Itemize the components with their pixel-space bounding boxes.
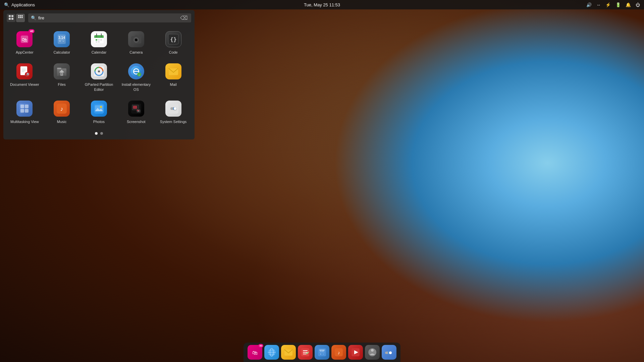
svg-rect-23 <box>98 39 100 41</box>
grid-view-button[interactable] <box>7 14 15 22</box>
dock-item-browser[interactable] <box>264 345 279 360</box>
dock-item-tasks[interactable] <box>298 345 313 360</box>
calculator-label: Calculator <box>53 50 70 55</box>
svg-rect-2 <box>9 18 11 20</box>
install-elementary-icon: ↓ <box>128 63 144 79</box>
calendar-label: Calendar <box>92 50 107 55</box>
svg-point-66 <box>100 106 102 108</box>
desktop: 🔍 Applications Tue, May 25 11:53 🔊 ↔ ⚡ 🔋… <box>0 0 644 362</box>
svg-rect-3 <box>11 18 13 20</box>
svg-point-49 <box>98 70 100 72</box>
install-elementary-label: Install elementary OS <box>121 82 151 92</box>
camera-icon <box>128 31 144 47</box>
panel-datetime: Tue, May 25 11:53 <box>304 2 340 7</box>
screenshot-icon <box>128 101 144 117</box>
datetime-text: Tue, May 25 11:53 <box>304 2 340 7</box>
search-clear-button[interactable]: ⌫ <box>179 15 189 21</box>
app-item-screenshot[interactable]: Screenshot <box>118 97 154 127</box>
install-elementary-icon-wrapper: ↓ <box>127 63 145 80</box>
app-item-music[interactable]: ♪ Music <box>44 97 80 127</box>
svg-rect-19 <box>94 37 104 38</box>
svg-rect-46 <box>61 73 62 75</box>
photos-label: Photos <box>93 119 105 124</box>
svg-point-100 <box>371 349 374 352</box>
svg-rect-25 <box>96 41 97 43</box>
camera-icon-wrapper <box>127 31 145 48</box>
dock-item-appcenter[interactable]: 🛍 40 <box>248 345 262 360</box>
svg-rect-60 <box>25 109 29 113</box>
svg-text:🛍: 🛍 <box>22 37 27 43</box>
app-item-camera[interactable]: Camera <box>118 27 154 58</box>
category-view-button[interactable] <box>16 14 25 22</box>
view-toggles <box>7 14 25 22</box>
app-item-calendar[interactable]: Calendar <box>81 27 117 58</box>
arrows-icon[interactable]: ↔ <box>596 2 601 7</box>
app-item-install-elementary[interactable]: ↓ Install elementary OS <box>118 59 154 95</box>
app-item-mail[interactable]: Mail <box>155 59 191 95</box>
screenshot-icon-wrapper <box>127 100 145 117</box>
dock-appcenter-badge: 40 <box>258 344 263 348</box>
app-launcher: 🔍 ⌫ 🛍 40 AppCenter <box>3 10 195 139</box>
calendar-icon <box>91 31 107 47</box>
gparted-icon <box>91 63 107 79</box>
pagination-dot-2[interactable] <box>100 132 103 135</box>
dock-item-music[interactable]: ♪ <box>331 345 346 360</box>
svg-rect-0 <box>9 15 11 17</box>
dock-item-mail[interactable] <box>281 345 296 360</box>
dock-item-settings[interactable] <box>382 345 396 360</box>
svg-text:−: − <box>63 40 64 43</box>
panel-left: 🔍 Applications <box>4 2 35 7</box>
notification-icon[interactable]: 🔔 <box>626 2 631 7</box>
app-item-photos[interactable]: Photos <box>81 97 117 127</box>
app-item-gparted[interactable]: GParted Partition Editor <box>81 59 117 95</box>
app-item-files[interactable]: Files <box>44 59 80 95</box>
code-icon: {} <box>165 31 181 47</box>
svg-text:♪: ♪ <box>60 106 63 112</box>
multitasking-icon <box>16 101 33 117</box>
calculator-icon: 3.14 + − <box>54 31 70 47</box>
app-item-appcenter[interactable]: 🛍 40 AppCenter <box>7 27 43 58</box>
dock-item-calculator[interactable]: 3.14 + − <box>315 345 329 360</box>
dock-item-files[interactable] <box>365 345 380 360</box>
svg-rect-22 <box>96 39 97 41</box>
camera-label: Camera <box>129 50 143 55</box>
svg-rect-69 <box>133 106 137 109</box>
app-item-document-viewer[interactable]: 🔎 Document Viewer <box>7 59 43 95</box>
pagination-dot-1[interactable] <box>95 132 98 135</box>
photos-icon-wrapper <box>90 100 108 117</box>
search-icon-panel: 🔍 <box>4 2 9 7</box>
docviewer-icon: 🔎 <box>16 63 33 79</box>
search-input[interactable] <box>38 15 177 20</box>
docviewer-label: Document Viewer <box>10 82 39 87</box>
files-icon-wrapper <box>53 63 70 80</box>
app-item-calculator[interactable]: 3.14 + − Calculator <box>44 27 80 58</box>
music-icon-wrapper: ♪ <box>53 100 70 117</box>
svg-rect-1 <box>11 15 13 17</box>
search-container: 🔍 ⌫ <box>28 13 191 22</box>
svg-point-30 <box>135 39 137 41</box>
app-item-code[interactable]: {} Code <box>155 27 191 58</box>
svg-text:↓: ↓ <box>139 73 140 76</box>
settings-icon-wrapper <box>165 100 182 117</box>
svg-text:🔎: 🔎 <box>25 72 30 77</box>
gparted-icon-wrapper <box>90 63 108 80</box>
calendar-icon-wrapper <box>90 31 108 48</box>
app-item-multitasking[interactable]: Multitasking View <box>7 97 43 127</box>
svg-rect-43 <box>57 68 61 69</box>
svg-text:3.14: 3.14 <box>58 36 65 40</box>
appcenter-icon-wrapper: 🛍 40 <box>16 31 33 48</box>
code-label: Code <box>169 50 177 55</box>
volume-icon[interactable]: 🔊 <box>586 2 592 7</box>
battery-icon[interactable]: 🔋 <box>615 2 621 7</box>
svg-rect-57 <box>20 105 24 108</box>
appcenter-label: AppCenter <box>16 50 34 55</box>
power-icon[interactable]: ⏻ <box>636 2 640 7</box>
app-item-system-settings[interactable]: System Settings <box>155 97 191 127</box>
svg-point-103 <box>389 352 392 354</box>
dock-item-video[interactable] <box>348 345 363 360</box>
top-panel: 🔍 Applications Tue, May 25 11:53 🔊 ↔ ⚡ 🔋… <box>0 0 644 9</box>
svg-rect-5 <box>20 15 21 16</box>
apps-grid: 🛍 40 AppCenter 3.14 + <box>7 26 191 129</box>
svg-rect-6 <box>21 15 23 16</box>
bluetooth-icon[interactable]: ⚡ <box>605 2 611 7</box>
